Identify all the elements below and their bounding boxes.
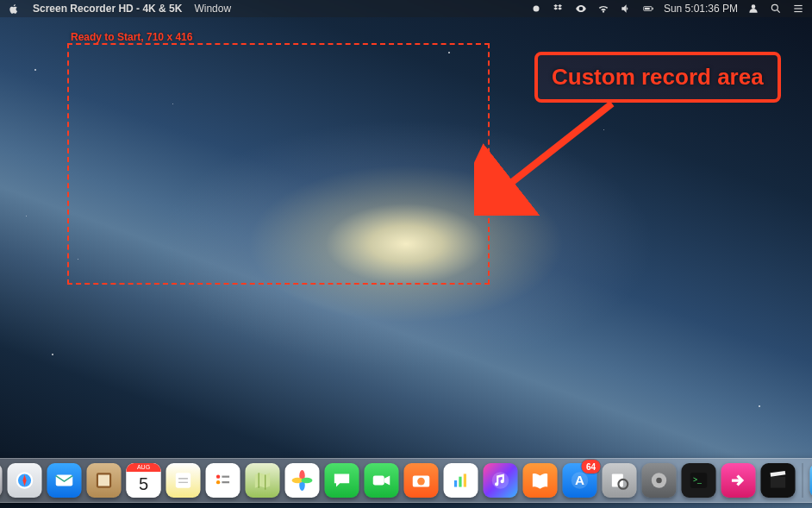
active-app-name[interactable]: Screen Recorder HD - 4K & 5K bbox=[33, 3, 182, 15]
svg-line-9 bbox=[491, 103, 612, 198]
svg-text:A: A bbox=[575, 473, 584, 487]
dropbox-icon[interactable] bbox=[552, 2, 565, 16]
dock-notes[interactable] bbox=[166, 463, 201, 498]
notification-center-icon[interactable] bbox=[791, 2, 805, 16]
svg-rect-37 bbox=[464, 474, 466, 486]
dock-itunes[interactable] bbox=[484, 463, 518, 498]
svg-point-31 bbox=[301, 478, 312, 484]
svg-point-38 bbox=[492, 472, 509, 489]
dock-ibooks[interactable] bbox=[523, 463, 558, 498]
svg-rect-3 bbox=[653, 8, 653, 9]
dock-badge: 64 bbox=[582, 460, 601, 474]
spotlight-icon[interactable] bbox=[769, 2, 783, 16]
dock-mail[interactable] bbox=[47, 463, 82, 498]
dock-screen-recorder[interactable] bbox=[721, 463, 756, 498]
svg-rect-26 bbox=[222, 481, 229, 483]
svg-rect-17 bbox=[56, 475, 73, 486]
dock-maps[interactable] bbox=[246, 463, 280, 498]
dock-messages[interactable] bbox=[325, 463, 359, 498]
battery-icon[interactable] bbox=[641, 2, 655, 16]
svg-rect-2 bbox=[645, 8, 650, 9]
recording-indicator-icon[interactable] bbox=[529, 2, 543, 16]
dock: AUG5A64>_ bbox=[0, 458, 812, 503]
dock-launchpad[interactable] bbox=[0, 463, 3, 498]
menubar: Screen Recorder HD - 4K & 5K Window Sun … bbox=[0, 0, 812, 17]
svg-point-34 bbox=[417, 478, 425, 486]
wifi-icon[interactable] bbox=[597, 2, 610, 16]
record-area-selection[interactable] bbox=[67, 43, 490, 285]
svg-rect-36 bbox=[459, 477, 461, 487]
svg-point-24 bbox=[216, 480, 220, 484]
svg-rect-19 bbox=[98, 475, 109, 486]
dock-contacts[interactable] bbox=[87, 463, 122, 498]
menubar-clock[interactable]: Sun 5:01:36 PM bbox=[664, 3, 738, 15]
user-icon[interactable] bbox=[746, 2, 760, 16]
volume-icon[interactable] bbox=[619, 2, 633, 16]
svg-text:>_: >_ bbox=[693, 475, 702, 484]
dock-photobooth[interactable] bbox=[404, 463, 439, 498]
svg-rect-8 bbox=[794, 11, 802, 12]
dock-safari[interactable] bbox=[8, 463, 42, 498]
svg-rect-25 bbox=[222, 476, 229, 478]
svg-rect-48 bbox=[771, 471, 786, 477]
dock-system-preferences[interactable] bbox=[642, 463, 677, 498]
dock-terminal[interactable]: >_ bbox=[682, 463, 716, 498]
svg-point-44 bbox=[656, 478, 662, 484]
svg-point-4 bbox=[771, 4, 778, 10]
svg-point-0 bbox=[533, 6, 539, 12]
desktop: Screen Recorder HD - 4K & 5K Window Sun … bbox=[0, 0, 812, 508]
dock-numbers[interactable] bbox=[444, 463, 478, 498]
record-area-status-label: Ready to Start, 710 x 416 bbox=[71, 31, 192, 43]
svg-rect-20 bbox=[176, 473, 191, 487]
svg-line-5 bbox=[778, 10, 780, 13]
svg-point-23 bbox=[216, 475, 220, 479]
dock-facetime[interactable] bbox=[365, 463, 399, 498]
dock-calendar[interactable]: AUG5 bbox=[127, 463, 161, 498]
apple-menu-icon[interactable] bbox=[7, 2, 21, 16]
dock-appstore[interactable]: A64 bbox=[563, 463, 597, 498]
annotation-arrow-icon bbox=[474, 95, 629, 216]
annotation-callout: Custom record area bbox=[534, 52, 781, 103]
dock-app-generic[interactable] bbox=[761, 463, 796, 498]
svg-rect-35 bbox=[454, 480, 457, 487]
svg-rect-47 bbox=[771, 477, 785, 488]
svg-rect-7 bbox=[794, 8, 802, 9]
dock-reminders[interactable] bbox=[206, 463, 240, 498]
dock-preview[interactable] bbox=[603, 463, 637, 498]
svg-rect-6 bbox=[794, 5, 802, 6]
svg-rect-32 bbox=[373, 476, 384, 486]
dock-separator bbox=[803, 463, 803, 498]
menu-window[interactable]: Window bbox=[194, 3, 231, 15]
display-icon[interactable] bbox=[574, 2, 588, 16]
dock-photos[interactable] bbox=[285, 463, 320, 498]
